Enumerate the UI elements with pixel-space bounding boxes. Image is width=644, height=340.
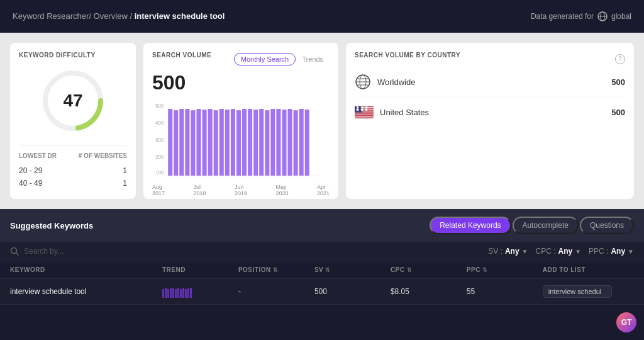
svg-rect-30 <box>282 110 286 176</box>
mini-bar <box>175 289 177 298</box>
svg-rect-14 <box>191 110 195 176</box>
ppc-filter[interactable]: PPC : Any ▼ <box>589 247 634 256</box>
svg-rect-19 <box>219 109 224 176</box>
mini-bar <box>172 288 174 298</box>
sv-tabs[interactable]: Monthly Search Trends <box>234 53 330 65</box>
sv-chart: 500 400 300 200 100 <box>152 101 330 183</box>
svg-rect-21 <box>231 109 235 176</box>
chart-labels: Aug2017 Jul2018 Jun2019 May2020 Apr2021 <box>152 184 330 196</box>
keyword-tabs[interactable]: Related Keywords Autocomplete Questions <box>430 217 634 234</box>
col-cpc[interactable]: CPC <box>391 266 467 273</box>
svg-rect-12 <box>179 109 184 176</box>
cell-trend <box>162 285 238 298</box>
svg-text:300: 300 <box>155 137 164 143</box>
country-row-us: ★★★ ★★★ United States 500 <box>355 98 625 126</box>
worldwide-value: 500 <box>611 77 625 87</box>
add-to-list-input[interactable]: interview schedul <box>543 285 612 298</box>
dr-range-1: 40 - 49 <box>19 179 42 188</box>
suggested-header: Suggested Keywords Related Keywords Auto… <box>0 209 644 242</box>
sv-title: SEARCH VOLUME <box>152 52 211 59</box>
chart-label-4: Apr2021 <box>317 184 330 196</box>
us-flag-icon: ★★★ ★★★ <box>355 106 374 118</box>
tab-trends[interactable]: Trends <box>296 53 330 65</box>
dr-range-0: 20 - 29 <box>19 166 42 175</box>
svg-rect-22 <box>236 110 241 176</box>
svg-rect-51 <box>355 115 374 116</box>
table-header: KEYWORD TREND POSITION SV CPC PPC ADD TO… <box>0 261 644 279</box>
svg-rect-20 <box>225 110 230 176</box>
dr-header-row: LOWEST DR # OF WEBSITES <box>19 152 127 159</box>
suggested-title: Suggested Keywords <box>10 221 93 230</box>
breadcrumb-keyword: interview schedule tool <box>135 11 225 21</box>
sv-filter-value: Any <box>505 247 519 256</box>
sv-value: 500 <box>152 71 330 94</box>
svg-rect-50 <box>355 115 374 116</box>
sv-filter[interactable]: SV : Any ▼ <box>488 247 528 256</box>
us-label: United States <box>380 108 429 117</box>
header-right: Data generated for global <box>531 11 631 21</box>
bottom-section: Suggested Keywords Related Keywords Auto… <box>0 209 644 305</box>
col-trend: TREND <box>162 266 238 273</box>
search-box: Search by... <box>10 247 64 256</box>
svg-rect-17 <box>208 109 213 176</box>
svg-rect-25 <box>253 110 258 176</box>
dr-header-1: LOWEST DR <box>19 152 57 159</box>
breadcrumb-pre: Keyword Researcher/ Overview / <box>13 11 132 21</box>
breadcrumb: Keyword Researcher/ Overview / interview… <box>13 11 225 21</box>
cpc-filter[interactable]: CPC : Any ▼ <box>535 247 581 256</box>
svg-rect-10 <box>168 109 172 176</box>
dr-row-0: 20 - 29 1 <box>19 164 127 177</box>
region-label: global <box>611 12 631 21</box>
search-volume-card: SEARCH VOLUME Monthly Search Trends 500 … <box>143 43 338 199</box>
svg-rect-18 <box>214 110 218 176</box>
dr-count-1: 1 <box>123 179 127 188</box>
cpc-filter-label: CPC : <box>535 247 555 256</box>
avatar[interactable]: GT <box>616 312 636 332</box>
globe-icon <box>597 11 608 21</box>
ppc-filter-label: PPC : <box>589 247 608 256</box>
svg-text:★★★: ★★★ <box>355 106 369 110</box>
keywords-table: KEYWORD TREND POSITION SV CPC PPC ADD TO… <box>0 261 644 305</box>
cell-add-to-list: interview schedul <box>543 285 634 298</box>
filter-bar: Search by... SV : Any ▼ CPC : Any ▼ PPC … <box>0 242 644 261</box>
svg-rect-27 <box>265 110 269 176</box>
us-value: 500 <box>611 108 625 117</box>
cpc-chevron-icon: ▼ <box>575 248 581 255</box>
col-ppc[interactable]: PPC <box>467 266 543 273</box>
cell-position: - <box>238 287 314 296</box>
ppc-filter-value: Any <box>611 247 625 256</box>
chart-label-0: Aug2017 <box>152 184 165 196</box>
col-position[interactable]: POSITION <box>238 266 314 273</box>
tab-related-keywords[interactable]: Related Keywords <box>430 217 511 234</box>
mini-bar <box>190 288 192 298</box>
chart-label-1: Jul2018 <box>193 184 206 196</box>
svg-text:200: 200 <box>155 154 164 160</box>
svg-rect-15 <box>197 109 201 176</box>
svg-rect-48 <box>355 113 374 114</box>
col-sv[interactable]: SV <box>314 266 391 273</box>
dr-header-2: # OF WEBSITES <box>79 152 127 159</box>
svg-rect-49 <box>355 113 374 115</box>
mini-bar <box>170 288 172 298</box>
col-add-to-list: ADD TO LIST <box>543 266 634 273</box>
search-icon <box>10 247 19 256</box>
cell-ppc: 55 <box>467 287 543 296</box>
tab-monthly-search[interactable]: Monthly Search <box>234 53 296 65</box>
gauge: 47 <box>38 66 108 135</box>
search-placeholder: Search by... <box>24 247 64 256</box>
main-cards: KEYWORD DIFFICULTY 47 LOWEST DR # OF WEB… <box>0 33 644 209</box>
mini-bar <box>162 289 164 298</box>
cell-sv: 500 <box>314 287 391 296</box>
search-volume-country-card: SEARCH VOLUME BY COUNTRY ? Worldwide 500 <box>346 43 634 199</box>
svg-line-57 <box>16 253 19 256</box>
mini-bar <box>182 288 184 298</box>
svg-rect-33 <box>299 109 304 176</box>
help-icon[interactable]: ? <box>615 54 625 64</box>
data-generated-label: Data generated for <box>531 12 594 21</box>
tab-autocomplete[interactable]: Autocomplete <box>513 217 579 234</box>
tab-questions[interactable]: Questions <box>580 217 634 234</box>
sv-chart-svg: 500 400 300 200 100 <box>152 101 330 183</box>
mini-bar <box>187 288 189 298</box>
app-header: Keyword Researcher/ Overview / interview… <box>0 0 644 33</box>
mini-bar <box>167 289 169 298</box>
